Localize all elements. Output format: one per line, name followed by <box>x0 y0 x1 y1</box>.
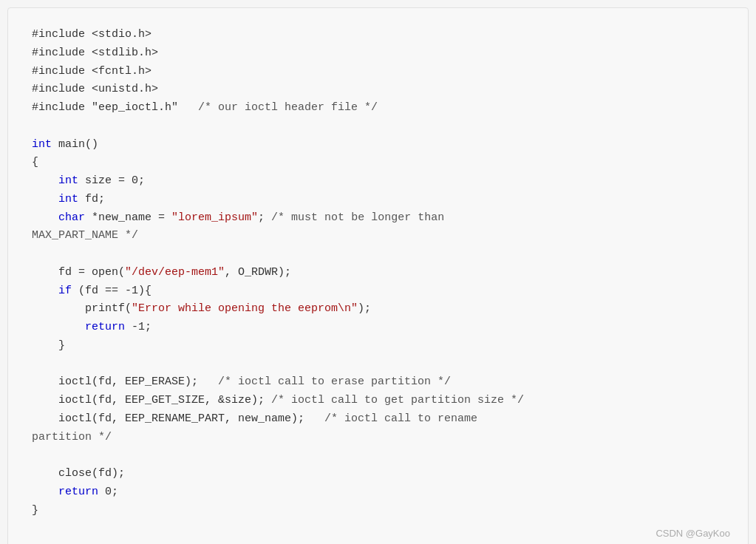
code-block: #include <stdio.h> #include <stdlib.h> #… <box>32 26 724 520</box>
watermark: CSDN @GayKoo <box>655 528 730 539</box>
line-1: #include <stdio.h> #include <stdlib.h> #… <box>32 28 524 517</box>
code-container: #include <stdio.h> #include <stdlib.h> #… <box>7 7 749 544</box>
